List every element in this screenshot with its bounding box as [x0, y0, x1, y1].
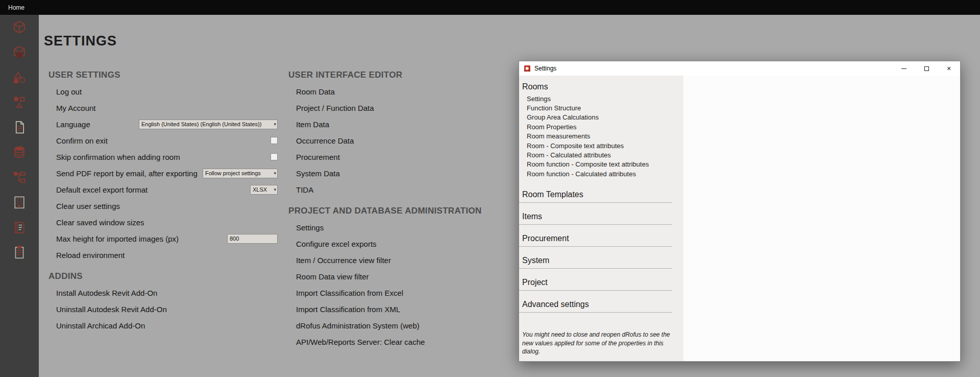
settings-item-send-pdf-report: Send PDF report by email, after exportin…	[48, 165, 278, 181]
settings-item-label[interactable]: Clear user settings	[56, 202, 120, 210]
dialog-subitem-group-area-calculations[interactable]: Group Area Calculations	[519, 113, 683, 122]
settings-item-clear-user-settings[interactable]: Clear user settings	[48, 198, 278, 214]
ui-editor-item-label[interactable]: Item Data	[296, 120, 329, 129]
settings-item-default-excel-format: Default excel export format XLSX	[48, 181, 278, 198]
addins-item-uninstall-archicad[interactable]: Uninstall Archicad Add-On	[48, 317, 278, 334]
dialog-subitem-settings[interactable]: Settings	[519, 94, 683, 103]
user-settings-header: USER SETTINGS	[48, 70, 278, 80]
admin-item-label[interactable]: dRofus Administration System (web)	[296, 321, 420, 330]
dialog-section-items[interactable]: Items	[519, 209, 672, 225]
dialog-content-panel	[683, 76, 960, 361]
admin-item-item-occurrence-view-filter[interactable]: Item / Occurrence view filter	[288, 252, 508, 268]
scatter-shapes-icon[interactable]	[11, 94, 28, 110]
ui-editor-item-label[interactable]: System Data	[296, 169, 340, 178]
ui-editor-item-label[interactable]: Occurrence Data	[296, 136, 354, 145]
dialog-subitem-room-function-calculated-attributes[interactable]: Room function - Calculated attributes	[519, 169, 683, 178]
ui-editor-item-item-data[interactable]: Item Data	[288, 116, 508, 132]
admin-item-import-classification-excel[interactable]: Import Classification from Excel	[288, 285, 508, 301]
admin-item-import-classification-xml[interactable]: Import Classification from XML	[288, 301, 508, 317]
language-selected-value: English (United States) (English (United…	[141, 121, 261, 127]
minimize-button[interactable]	[893, 61, 915, 76]
ui-editor-header: USER INTERFACE EDITOR	[288, 70, 508, 80]
settings-item-label: Confirm on exit	[56, 136, 108, 145]
document-icon[interactable]	[11, 119, 28, 135]
settings-item-log-out[interactable]: Log out	[48, 83, 278, 100]
dialog-section-project[interactable]: Project	[519, 275, 672, 291]
user-settings-column: USER SETTINGS Log out My Account Languag…	[48, 70, 278, 334]
ui-editor-item-label[interactable]: Room Data	[296, 87, 335, 96]
admin-item-label[interactable]: API/Web/Reports Server: Clear cache	[296, 338, 425, 346]
dialog-section-procurement[interactable]: Procurement	[519, 231, 672, 247]
admin-item-drofus-admin-system[interactable]: dRofus Administration System (web)	[288, 317, 508, 334]
dialog-title: Settings	[534, 65, 893, 72]
language-select[interactable]: English (United States) (English (United…	[139, 120, 278, 129]
ui-editor-item-system-data[interactable]: System Data	[288, 165, 508, 181]
excel-format-select[interactable]: XLSX	[250, 185, 278, 195]
page-title: SETTINGS	[44, 33, 117, 49]
admin-item-room-data-view-filter[interactable]: Room Data view filter	[288, 268, 508, 285]
addins-item-label[interactable]: Install Autodesk Revit Add-On	[56, 289, 157, 297]
addins-item-uninstall-revit[interactable]: Uninstall Autodesk Revit Add-On	[48, 301, 278, 317]
addins-item-label[interactable]: Uninstall Autodesk Revit Add-On	[56, 305, 167, 314]
ui-editor-item-label[interactable]: Procurement	[296, 153, 340, 161]
dialog-section-room-templates[interactable]: Room Templates	[519, 187, 672, 203]
admin-item-label[interactable]: Room Data view filter	[296, 272, 369, 281]
report-clipboard-icon[interactable]	[11, 244, 28, 261]
ui-editor-item-procurement[interactable]: Procurement	[288, 149, 508, 165]
admin-item-label[interactable]: Settings	[296, 223, 324, 232]
dialog-subitem-room-calculated-attributes[interactable]: Room - Calculated attributes	[519, 150, 683, 159]
dialog-subitem-room-measurements[interactable]: Room measurements	[519, 132, 683, 141]
cube-icon[interactable]	[11, 19, 28, 35]
ui-editor-item-room-data[interactable]: Room Data	[288, 83, 508, 100]
settings-item-reload-environment[interactable]: Reload environment	[48, 247, 278, 263]
admin-item-label[interactable]: Import Classification from Excel	[296, 289, 403, 297]
addins-item-install-revit[interactable]: Install Autodesk Revit Add-On	[48, 285, 278, 301]
ui-editor-item-project-function-data[interactable]: Project / Function Data	[288, 100, 508, 116]
dialog-section-advanced-settings[interactable]: Advanced settings	[519, 297, 672, 313]
confirm-on-exit-checkbox[interactable]	[271, 137, 278, 144]
home-tab[interactable]: Home	[0, 0, 33, 15]
close-button[interactable]	[938, 61, 960, 76]
dialog-subitem-function-structure[interactable]: Function Structure	[519, 103, 683, 112]
dialog-title-bar[interactable]: Settings	[519, 61, 960, 76]
close-icon	[946, 66, 951, 72]
dialog-section-rooms[interactable]: Rooms	[519, 81, 683, 93]
dialog-subitem-room-function-composite-text-attributes[interactable]: Room function - Composite text attribute…	[519, 160, 683, 169]
admin-item-clear-cache[interactable]: API/Web/Reports Server: Clear cache	[288, 334, 508, 350]
dialog-subitem-room-properties[interactable]: Room Properties	[519, 122, 683, 131]
pdf-report-selected-value: Follow project settings	[205, 170, 261, 176]
settings-item-label[interactable]: Log out	[56, 87, 82, 96]
pdf-report-select[interactable]: Follow project settings	[203, 169, 278, 178]
building-grid-icon[interactable]	[11, 194, 28, 210]
catalog-book-icon[interactable]	[11, 219, 28, 235]
module-sidebar	[0, 15, 39, 377]
settings-item-label[interactable]: Clear saved window sizes	[56, 218, 144, 227]
admin-item-configure-excel-exports[interactable]: Configure excel exports	[288, 235, 508, 252]
admin-item-label[interactable]: Import Classification from XML	[296, 305, 400, 314]
dialog-section-system[interactable]: System	[519, 253, 672, 269]
settings-item-my-account[interactable]: My Account	[48, 100, 278, 116]
ui-editor-item-occurrence-data[interactable]: Occurrence Data	[288, 132, 508, 149]
settings-item-language: Language English (United States) (Englis…	[48, 116, 278, 132]
settings-item-label[interactable]: Reload environment	[56, 251, 125, 260]
admin-item-settings[interactable]: Settings	[288, 219, 508, 235]
coins-stack-icon[interactable]	[11, 144, 28, 160]
maximize-button[interactable]	[915, 61, 938, 76]
settings-item-label[interactable]: My Account	[56, 104, 96, 112]
addins-item-label[interactable]: Uninstall Archicad Add-On	[56, 321, 145, 330]
shapes-icon[interactable]	[11, 69, 28, 85]
settings-item-skip-confirmation: Skip confirmation when adding room	[48, 149, 278, 165]
addins-header: ADDINS	[48, 271, 278, 281]
skip-confirmation-checkbox[interactable]	[271, 153, 278, 160]
flowchart-icon[interactable]	[11, 169, 28, 185]
max-image-height-input[interactable]	[227, 234, 278, 244]
ui-editor-item-tida[interactable]: TIDA	[288, 181, 508, 198]
admin-item-label[interactable]: Configure excel exports	[296, 240, 377, 248]
dialog-nav-panel: Rooms Settings Function Structure Group …	[519, 76, 683, 361]
ui-editor-item-label[interactable]: TIDA	[296, 185, 313, 194]
admin-item-label[interactable]: Item / Occurrence view filter	[296, 256, 391, 265]
dialog-subitem-room-composite-text-attributes[interactable]: Room - Composite text attributes	[519, 141, 683, 150]
settings-item-clear-saved-window-sizes[interactable]: Clear saved window sizes	[48, 214, 278, 230]
ui-editor-item-label[interactable]: Project / Function Data	[296, 104, 374, 112]
stacked-cubes-icon[interactable]	[11, 44, 28, 60]
